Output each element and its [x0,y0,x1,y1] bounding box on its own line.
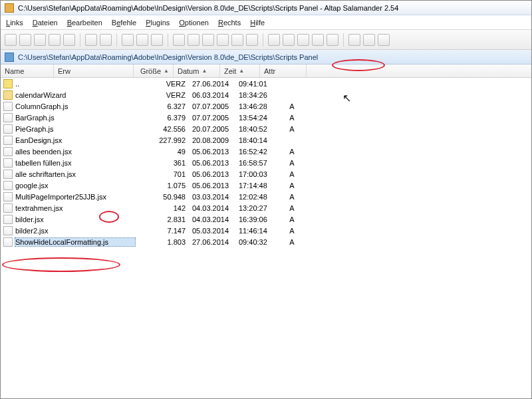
table-row[interactable]: EanDesign.jsx227.99220.08.200918:40:14 [1,134,531,146]
menu-befehle[interactable]: Befehle [112,19,136,27]
toolbar-sep [80,33,80,47]
file-date: 27.06.2014 [186,238,235,246]
table-row[interactable]: alle schriftarten.jsx70105.06.201317:00:… [1,168,531,180]
file-size: 50.948 [152,193,186,201]
toolbar-sep [168,33,168,47]
table-row[interactable]: ShowHideLocalFormatting.js1.80327.06.201… [1,236,531,247]
menu-optionen[interactable]: Optionen [179,19,209,27]
menu-links[interactable]: Links [6,19,23,27]
file-attr: A [272,227,312,235]
file-date: 03.03.2014 [186,193,235,201]
drive-icon [5,53,14,62]
tb-icon[interactable] [85,34,97,46]
tb-icon[interactable] [63,34,75,46]
file-name: google.jsx [15,182,135,190]
file-time: 12:02:48 [235,193,272,201]
table-row[interactable]: tabellen füllen.jsx36105.06.201316:58:57… [1,157,531,168]
tb-icon[interactable] [188,34,200,46]
tb-icon[interactable] [363,34,375,46]
app-icon [5,3,14,13]
table-row[interactable]: ..VERZ27.06.201409:41:01 [1,78,531,89]
tb-icon[interactable] [378,34,390,46]
file-name: alles beenden.jsx [15,148,135,156]
file-date: 04.03.2014 [186,204,235,212]
tb-icon[interactable] [231,34,243,46]
file-name: ShowHideLocalFormatting.js [15,238,135,246]
menu-dateien[interactable]: Dateien [33,19,58,27]
header-erw[interactable]: Erw [54,65,134,77]
tb-icon[interactable] [283,34,295,46]
table-row[interactable]: textrahmen.jsx14204.03.201413:20:27A [1,202,531,213]
file-time: 13:54:24 [235,114,272,122]
sort-arrow-icon: ▲ [164,68,169,74]
tb-icon[interactable] [136,34,148,46]
tb-icon[interactable] [348,34,360,46]
table-row[interactable]: google.jsx1.07505.06.201317:14:48A [1,180,531,191]
header-name[interactable]: Name [1,65,54,77]
file-attr: A [272,170,312,178]
tb-icon[interactable] [151,34,163,46]
file-name: bilder2.jsx [15,227,135,235]
menu-bearbeiten[interactable]: Bearbeiten [67,19,102,27]
tb-icon[interactable] [49,34,61,46]
menu-plugins[interactable]: Plugins [146,19,170,27]
tb-icon[interactable] [217,34,229,46]
tb-icon[interactable] [297,34,309,46]
file-date: 06.03.2014 [186,91,235,99]
menubar: Links Dateien Bearbeiten Befehle Plugins… [1,15,531,30]
tb-icon[interactable] [327,34,338,46]
file-icon [3,102,13,111]
header-date[interactable]: Datum▲ [174,65,220,77]
file-icon [3,181,13,190]
file-size: VERZ [152,91,186,99]
file-icon [3,79,13,88]
file-icon [3,158,13,168]
tb-icon[interactable] [100,34,112,46]
tb-icon[interactable] [122,34,134,46]
menu-rechts[interactable]: Rechts [218,19,241,27]
file-time: 18:40:52 [235,125,272,133]
table-row[interactable]: bilder2.jsx7.14705.03.201411:46:14A [1,225,531,236]
tb-icon[interactable] [173,34,185,46]
file-icon [3,124,13,134]
file-time: 16:52:42 [235,148,272,156]
file-icon [3,170,13,179]
toolbar [1,30,531,50]
file-size: 49 [152,148,186,156]
file-date: 27.06.2014 [186,80,235,88]
file-date: 04.03.2014 [186,215,235,223]
header-attr[interactable]: Attr [260,65,307,77]
tb-icon[interactable] [246,34,258,46]
file-size: 227.992 [152,136,186,144]
tb-icon[interactable] [202,34,214,46]
file-icon [3,113,13,122]
table-row[interactable]: bilder.jsx2.83104.03.201416:39:06A [1,213,531,225]
file-size: 42.556 [152,125,186,133]
tb-icon[interactable] [19,34,31,46]
file-date: 07.07.2005 [186,114,235,122]
file-name: ColumnGraph.js [15,102,135,110]
file-size: 7.147 [152,227,186,235]
file-time: 17:14:48 [235,182,272,190]
menu-hilfe[interactable]: Hilfe [250,19,265,27]
table-row[interactable]: alles beenden.jsx4905.06.201316:52:42A [1,146,531,157]
table-row[interactable]: ColumnGraph.js6.32707.07.200513:46:28A [1,100,531,112]
header-size[interactable]: Größe▲ [134,65,174,77]
tb-icon[interactable] [5,34,17,46]
table-row[interactable]: PieGraph.js42.55620.07.200518:40:52A [1,123,531,134]
tb-icon[interactable] [312,34,324,46]
file-list: ..VERZ27.06.201409:41:01calendarWizardVE… [1,78,531,247]
tb-icon[interactable] [34,34,46,46]
file-date: 20.08.2009 [186,136,235,144]
header-time[interactable]: Zeit▲ [220,65,260,77]
table-row[interactable]: BarGraph.js6.37907.07.200513:54:24A [1,112,531,123]
tb-icon[interactable] [268,34,280,46]
file-time: 18:34:26 [235,91,272,99]
sort-arrow-icon: ▲ [239,68,244,74]
path-bar[interactable]: C:\Users\Stefan\AppData\Roaming\Adobe\In… [1,50,531,65]
titlebar[interactable]: C:\Users\Stefan\AppData\Roaming\Adobe\In… [1,1,531,15]
file-attr: A [272,215,312,223]
table-row[interactable]: calendarWizardVERZ06.03.201418:34:26 [1,89,531,100]
file-icon [3,215,13,224]
table-row[interactable]: MultiPageImporter25JJB.jsx50.94803.03.20… [1,191,531,202]
